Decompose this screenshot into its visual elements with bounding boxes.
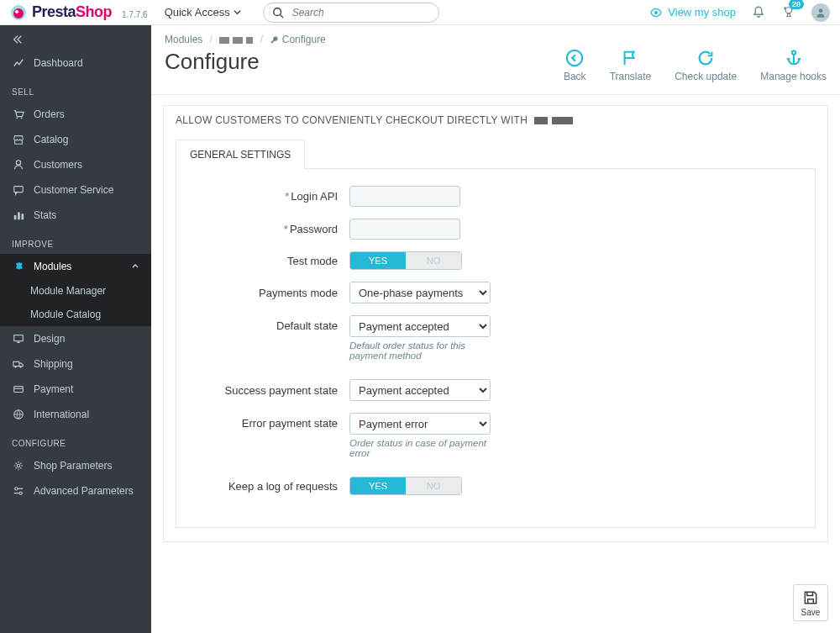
sidebar-sub-module-catalog[interactable]: Module Catalog [0,303,151,326]
prestashop-icon [10,4,27,21]
switch-yes[interactable]: YES [350,477,406,494]
default-state-help: Default order status for this payment me… [349,340,491,361]
svg-point-20 [17,464,20,467]
svg-point-23 [567,50,582,66]
sidebar-item-shipping[interactable]: Shipping [0,351,151,377]
svg-point-5 [654,11,658,14]
sidebar: Dashboard SELL Orders Catalog Customers … [0,25,151,633]
svg-rect-14 [14,335,24,341]
brand-text: PrestaShop [32,3,112,21]
sidebar-item-catalog[interactable]: Catalog [0,127,151,152]
password-input[interactable] [349,219,460,240]
error-state-label: Error payment state [190,413,349,430]
svg-rect-13 [22,214,24,219]
desktop-icon [12,333,25,345]
globe-icon [12,409,25,420]
debug-icon[interactable]: 20 [781,5,796,20]
sidebar-item-stats[interactable]: Stats [0,203,151,228]
save-button[interactable]: Save [793,584,828,621]
login-api-label: *Login API [190,190,349,203]
svg-point-22 [19,492,22,494]
puzzle-icon [12,261,25,272]
search-icon [272,7,284,18]
person-icon [12,159,25,171]
default-state-select[interactable]: Payment accepted [349,315,491,337]
wrench-icon [270,35,279,45]
chevron-up-icon [131,262,139,271]
brand-logo[interactable]: PrestaShop 1.7.7.6 [10,3,148,21]
breadcrumb-modules[interactable]: Modules [165,34,202,45]
page-title: Configure [165,49,260,75]
sidebar-item-shop-parameters[interactable]: Shop Parameters [0,453,151,478]
arrow-left-circle-icon [565,49,584,67]
sidebar-item-modules[interactable]: Modules [0,254,151,279]
keep-log-switch[interactable]: YES NO [349,477,462,495]
sidebar-item-dashboard[interactable]: Dashboard [0,50,151,76]
payments-mode-select[interactable]: One-phase payments [349,282,491,303]
anchor-icon [785,49,803,67]
login-api-input[interactable] [349,186,460,207]
bell-icon [751,5,766,20]
floppy-icon [802,589,819,606]
view-shop-link[interactable]: View my shop [649,6,736,19]
sidebar-item-advanced-parameters[interactable]: Advanced Parameters [0,478,151,504]
cart-icon [12,108,25,120]
trending-icon [12,57,25,69]
sidebar-collapse-toggle[interactable] [0,25,151,50]
sidebar-item-payment[interactable]: Payment [0,377,151,402]
svg-point-16 [19,366,21,367]
chat-icon [12,184,25,196]
sidebar-section-sell: SELL [0,76,151,102]
svg-point-24 [791,50,795,54]
password-label: *Password [190,223,349,235]
top-header: PrestaShop 1.7.7.6 Quick Access View my … [0,0,840,25]
translate-button[interactable]: Translate [610,49,652,82]
notifications-bell[interactable] [751,5,766,20]
gear-icon [12,460,25,472]
panel-heading: ALLOW CUSTOMERS TO CONVENIENTLY CHECKOUT… [164,106,827,133]
error-state-select[interactable]: Payment error [349,413,491,435]
svg-point-9 [16,161,20,165]
manage-hooks-button[interactable]: Manage hooks [760,49,827,82]
svg-rect-10 [14,187,24,193]
back-button[interactable]: Back [564,49,586,82]
sidebar-item-international[interactable]: International [0,402,151,427]
sliders-icon [12,485,25,497]
svg-rect-11 [14,215,17,219]
sidebar-sub-module-manager[interactable]: Module Manager [0,279,151,303]
search-input[interactable] [292,7,430,18]
breadcrumb: Modules / / Configure [151,25,840,49]
breadcrumb-module-logo [219,37,253,44]
sidebar-item-orders[interactable]: Orders [0,102,151,127]
eye-icon [649,6,663,19]
chevron-double-left-icon [12,34,24,45]
search-box[interactable] [263,3,439,23]
switch-no[interactable]: NO [406,252,461,269]
svg-point-15 [14,366,16,367]
sidebar-item-design[interactable]: Design [0,326,151,351]
check-update-button[interactable]: Check update [675,49,737,82]
error-state-help: Order status in case of payment error [349,438,491,458]
sidebar-item-customers[interactable]: Customers [0,152,151,177]
success-state-select[interactable]: Payment accepted [349,379,491,401]
general-settings-form: *Login API *Password Test mode [176,168,816,528]
sidebar-item-customer-service[interactable]: Customer Service [0,177,151,203]
svg-point-1 [13,8,24,18]
default-state-label: Default state [190,315,349,332]
test-mode-switch[interactable]: YES NO [349,251,462,270]
svg-point-7 [16,118,18,119]
config-panel: ALLOW CUSTOMERS TO CONVENIENTLY CHECKOUT… [163,105,828,542]
tab-general-settings[interactable]: GENERAL SETTINGS [176,140,305,169]
svg-point-8 [21,118,23,119]
breadcrumb-configure: Configure [282,34,326,45]
svg-rect-17 [14,387,24,393]
quick-access-menu[interactable]: Quick Access [165,6,241,18]
svg-rect-12 [18,213,20,220]
user-avatar[interactable] [811,3,830,22]
store-icon [12,134,25,145]
switch-yes[interactable]: YES [350,252,406,269]
bars-icon [12,209,25,221]
switch-no[interactable]: NO [406,477,461,494]
chevron-down-icon [234,8,241,16]
refresh-icon [696,49,715,67]
